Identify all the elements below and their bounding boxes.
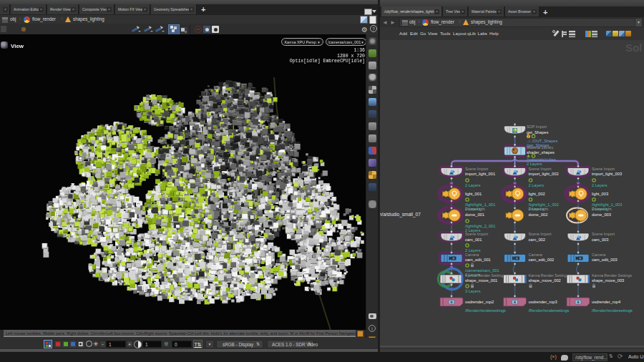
svg-text:Karma Render Settings: Karma Render Settings	[465, 273, 505, 278]
svg-text:cam_001: cam_001	[465, 238, 482, 242]
svg-text:dome_003: dome_003	[592, 212, 611, 217]
svg-text:Camera: Camera	[465, 253, 479, 257]
svg-text:Dome Light: Dome Light	[592, 207, 612, 211]
svg-text:Scene Import: Scene Import	[465, 167, 489, 171]
svg-text:2 Layers: 2 Layers	[529, 183, 545, 187]
svg-text:Scene Import: Scene Import	[592, 167, 615, 171]
svg-text:../../OUT_Shapes: ../../OUT_Shapes	[527, 139, 557, 143]
svg-text:light_003: light_003	[592, 192, 608, 196]
svg-text:get_Shapes: get_Shapes	[527, 130, 549, 134]
svg-text:/Render/rendersettings: /Render/rendersettings	[465, 308, 506, 313]
svg-text:/cameras/cam_001: /cameras/cam_001	[465, 268, 499, 273]
svg-text:cam_edit_002: cam_edit_002	[529, 258, 555, 262]
svg-text:/Render/rendersettings: /Render/rendersettings	[529, 308, 570, 313]
svg-text:cam_edit_001: cam_edit_001	[465, 258, 491, 262]
svg-text:Scene Import: Scene Import	[529, 167, 552, 171]
svg-text:dome_002: dome_002	[529, 212, 548, 217]
svg-text:usdrender_rop4: usdrender_rop4	[592, 300, 620, 304]
svg-text:Dome Light: Dome Light	[529, 207, 549, 211]
svg-text:/Render/rendersettings: /Render/rendersettings	[592, 308, 633, 313]
svg-text:dome_001: dome_001	[465, 212, 484, 217]
svg-text:shape_move_001: shape_move_001	[465, 278, 497, 283]
svg-text:cam_002: cam_002	[529, 238, 545, 242]
svg-text:/light/light_1_003: /light/light_1_003	[592, 202, 622, 207]
svg-text:2 Layers: 2 Layers	[465, 183, 481, 187]
svg-text:2 Layers: 2 Layers	[527, 162, 542, 166]
svg-text:/light/light_1_001: /light/light_1_001	[465, 202, 495, 207]
svg-text:light_002: light_002	[529, 192, 545, 196]
svg-text:Scene Import: Scene Import	[592, 232, 615, 236]
svg-text:usdrender_rop3: usdrender_rop3	[529, 300, 557, 304]
svg-text:/light/light_1_002: /light/light_1_002	[529, 202, 559, 207]
svg-text:import_light_003: import_light_003	[592, 172, 622, 176]
svg-text:Camera: Camera	[592, 253, 605, 257]
svg-text:shader_shapes: shader_shapes	[527, 150, 555, 155]
svg-text:/light/light_2_001: /light/light_2_001	[465, 224, 495, 228]
svg-text:Karma Render Settings: Karma Render Settings	[592, 273, 632, 278]
svg-text:cam_003: cam_003	[592, 238, 608, 242]
svg-text:import_light_002: import_light_002	[529, 172, 559, 176]
svg-text:shape_move_002: shape_move_002	[529, 278, 561, 283]
svg-text:Karma Render Settings: Karma Render Settings	[529, 273, 569, 278]
svg-text:Camera: Camera	[529, 253, 542, 257]
svg-text:cam_edit_003: cam_edit_003	[592, 258, 618, 262]
svg-text:Scene Import: Scene Import	[529, 232, 552, 236]
svg-text:Material Library: Material Library	[527, 145, 553, 150]
svg-text:light_001: light_001	[465, 192, 482, 196]
svg-text:Dome Light: Dome Light	[465, 207, 485, 211]
svg-text:usdrender_rop2: usdrender_rop2	[465, 300, 494, 304]
svg-text:Scene Import: Scene Import	[465, 232, 489, 236]
svg-text:SOP Import: SOP Import	[527, 124, 547, 129]
svg-text:3 Layers: 3 Layers	[465, 289, 481, 293]
svg-text:import_light_001: import_light_001	[465, 172, 495, 176]
svg-text:shape_move_003: shape_move_003	[592, 278, 624, 283]
svg-text:2 Layers: 2 Layers	[592, 183, 608, 187]
